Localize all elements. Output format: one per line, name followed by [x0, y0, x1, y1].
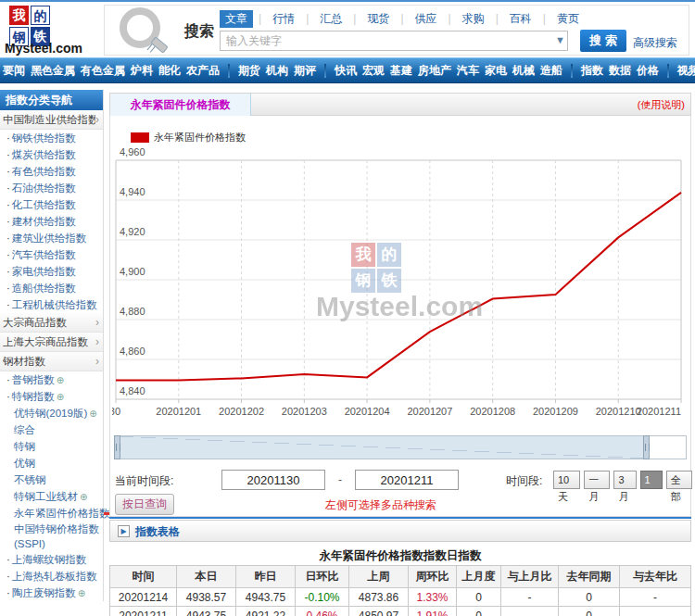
sidebar-item-5[interactable]: ·化工供给指数 — [0, 196, 103, 213]
sidebar-item-25[interactable]: ·上海螺纹钢指数 — [0, 551, 103, 568]
search-tab-2[interactable]: 行情 — [267, 10, 300, 28]
sidebar-category-12[interactable]: 大宗商品指数› — [0, 313, 103, 333]
bullet-icon: · — [6, 391, 10, 402]
nav-item-炉料[interactable]: 炉料 — [131, 63, 153, 79]
range-button-1年[interactable]: 1年 — [640, 471, 663, 489]
sidebar-item-18[interactable]: 综合 — [0, 421, 103, 438]
sidebar-item-1[interactable]: ·钢铁供给指数 — [0, 130, 103, 146]
range-slider[interactable] — [114, 435, 687, 459]
usage-help-link[interactable]: (使用说明) — [638, 94, 685, 117]
range-button-一月[interactable]: 一月 — [584, 471, 610, 489]
sidebar-item-21[interactable]: 不锈钢 — [0, 471, 103, 488]
nav-item-期货[interactable]: 期货 — [238, 63, 260, 79]
slider-left-handle[interactable] — [114, 435, 120, 459]
sidebar-item-9[interactable]: ·家电供给指数 — [0, 263, 103, 280]
sidebar-item-10[interactable]: ·造船供给指数 — [0, 280, 103, 296]
sidebar-item-3[interactable]: ·有色供给指数 — [0, 163, 103, 180]
sidebar-item-7[interactable]: ·建筑业供给指数 — [0, 230, 103, 246]
range-button-3月[interactable]: 3月 — [613, 471, 636, 489]
sidebar-item-19[interactable]: 特钢 — [0, 438, 103, 455]
expand-arrow-icon[interactable]: ▶ — [118, 525, 130, 537]
search-tab-6[interactable]: 求购 — [457, 10, 490, 28]
search-tab-3[interactable]: 汇总 — [314, 10, 348, 28]
search-tab-8[interactable]: 黄页 — [551, 10, 585, 28]
plus-icon[interactable]: ⊕ — [57, 375, 64, 385]
table-cell: 0.46% — [296, 607, 349, 616]
tab-index-name[interactable]: 永年紧固件价格指数 — [110, 94, 251, 116]
sidebar-item-8[interactable]: ·汽车供给指数 — [0, 246, 103, 263]
period-to-input[interactable] — [355, 470, 459, 490]
sidebar-item-4[interactable]: ·石油供给指数 — [0, 180, 103, 196]
nav-item-基建[interactable]: 基建 — [390, 63, 412, 79]
nav-item-机械[interactable]: 机械 — [512, 63, 535, 79]
sidebar-item-26[interactable]: ·上海热轧卷板指数 — [0, 568, 103, 585]
nav-item-房地产[interactable]: 房地产 — [418, 63, 451, 79]
nav-item-视频[interactable]: 视频 — [677, 63, 695, 79]
table-cell: 1.33% — [409, 588, 457, 607]
sidebar-item-27[interactable]: ·陶庄废钢指数⊕ — [0, 585, 103, 601]
sidebar-item-6[interactable]: ·建材供给指数 — [0, 213, 103, 230]
range-button-10天[interactable]: 10天 — [553, 471, 580, 489]
plus-icon[interactable]: ⊕ — [89, 409, 96, 419]
sidebar-category-13[interactable]: 上海大宗商品指数› — [0, 333, 103, 352]
magnifier-icon — [118, 6, 170, 55]
table-title: 永年紧固件价格指数指数日指数 — [109, 548, 691, 564]
nav-item-机构[interactable]: 机构 — [266, 63, 288, 79]
nav-item-价格[interactable]: 价格 — [637, 63, 659, 79]
table-cell: 1.91% — [409, 607, 457, 616]
sidebar-item-16[interactable]: ·特钢指数⊕ — [0, 388, 103, 405]
search-tab-1[interactable]: 文章 — [220, 10, 253, 28]
nav-item-汽车[interactable]: 汽车 — [457, 63, 479, 79]
slider-right-handle[interactable] — [643, 435, 650, 459]
sidebar-item-22[interactable]: 特钢工业线材⊕ — [0, 488, 103, 505]
sidebar-item-15[interactable]: ·普钢指数⊕ — [0, 371, 103, 388]
tab-separator: | — [543, 12, 546, 25]
tab-separator: | — [449, 12, 451, 25]
sidebar-category-label: 钢材指数 — [3, 352, 95, 371]
advanced-search-link[interactable]: 高级搜索 — [633, 35, 677, 51]
period-from-input[interactable] — [221, 470, 325, 490]
sidebar-item-23[interactable]: 永年紧固件价格指数 — [0, 505, 103, 522]
sidebar-item-label: 不锈钢 — [14, 474, 46, 485]
plus-icon[interactable]: ⊕ — [78, 588, 85, 598]
nav-item-要闻[interactable]: 要闻 — [3, 63, 25, 79]
nav-item-农产品[interactable]: 农产品 — [186, 63, 220, 79]
nav-item-黑色金属[interactable]: 黑色金属 — [31, 63, 75, 79]
search-tab-4[interactable]: 现货 — [361, 10, 395, 28]
bullet-icon: · — [6, 587, 10, 598]
range-button-全部[interactable]: 全部 — [666, 471, 692, 489]
nav-item-宏观[interactable]: 宏观 — [362, 63, 385, 79]
search-tab-7[interactable]: 百科 — [504, 10, 537, 28]
sidebar-item-label: 造船供给指数 — [12, 283, 76, 294]
sidebar-item-24[interactable]: 中国特钢价格指数 (SSPI) — [0, 522, 103, 551]
nav-item-造船[interactable]: 造船 — [540, 63, 562, 79]
sidebar-category-0[interactable]: 中国制造业供给指数› — [0, 110, 103, 130]
main-panel: 永年紧固件价格指数 (使用说明) 永年紧固件价格指数 4,8404,8604,8… — [109, 93, 691, 616]
nav-item-家电[interactable]: 家电 — [485, 63, 507, 79]
nav-item-能化[interactable]: 能化 — [158, 63, 181, 79]
nav-item-数据[interactable]: 数据 — [609, 63, 631, 79]
nav-item-快讯[interactable]: 快讯 — [335, 63, 357, 79]
chevron-down-icon[interactable]: ▼ — [555, 34, 565, 45]
slider-selected-region[interactable] — [115, 436, 649, 459]
nav-item-指数[interactable]: 指数 — [581, 63, 603, 79]
nav-item-期评[interactable]: 期评 — [294, 63, 316, 79]
sidebar-item-20[interactable]: 优钢 — [0, 455, 103, 471]
sidebar-item-label: 建筑业供给指数 — [12, 233, 87, 244]
sidebar-item-11[interactable]: ·工程机械供给指数 — [0, 296, 103, 313]
search-tab-5[interactable]: 供应 — [410, 10, 443, 28]
daily-query-button[interactable]: 按日查询 — [115, 494, 174, 515]
y-axis-label: 4,900 — [120, 266, 145, 277]
sidebar-item-2[interactable]: ·煤炭供给指数 — [0, 146, 103, 163]
search-button[interactable]: 搜 索 — [580, 30, 626, 52]
bullet-icon: · — [6, 266, 10, 277]
sidebar-category-label: 上海大宗商品指数 — [3, 333, 95, 352]
plus-icon[interactable]: ⊕ — [80, 492, 87, 502]
sidebar-item-label: 陶庄废钢指数 — [12, 587, 76, 598]
sidebar-category-14[interactable]: 钢材指数› — [0, 352, 103, 371]
search-input[interactable] — [220, 31, 568, 51]
sidebar-item-17[interactable]: 优特钢(2019版)⊕ — [0, 405, 103, 421]
plus-icon[interactable]: ⊕ — [57, 392, 64, 402]
sidebar-item-label: 特钢工业线材 — [14, 491, 78, 502]
nav-item-有色金属[interactable]: 有色金属 — [81, 63, 125, 79]
